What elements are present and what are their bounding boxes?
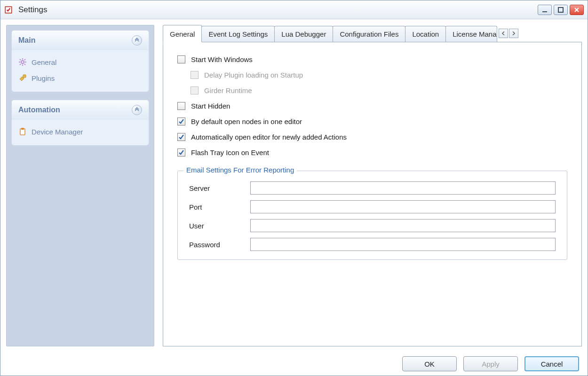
checkbox-row-girder-runtime: Girder Runtime: [191, 86, 567, 94]
tab-configuration-files[interactable]: Configuration Files: [333, 26, 405, 42]
tab-scroll-right[interactable]: [509, 29, 518, 38]
checkbox-row-flash-tray: Flash Tray Icon on Event: [177, 149, 567, 157]
main-panel: General Event Log Settings Lua Debugger …: [163, 25, 582, 346]
checkbox-label: Delay Plugin loading on Startup: [204, 71, 303, 79]
checkbox-row-start-with-windows: Start With Windows: [177, 55, 567, 63]
settings-window: Settings Main General: [0, 0, 588, 376]
tab-label: Location: [412, 30, 439, 38]
user-label: User: [189, 222, 250, 230]
checkbox-start-with-windows[interactable]: [177, 55, 185, 63]
checkbox-label: Flash Tray Icon on Event: [191, 149, 269, 157]
checkbox-label: Automatically open editor for newly adde…: [191, 133, 347, 141]
side-group-automation: Automation Device Manager: [11, 100, 149, 146]
tab-label: Lua Debugger: [281, 30, 326, 38]
svg-line-11: [20, 64, 21, 65]
checkbox-row-auto-open-editor: Automatically open editor for newly adde…: [177, 133, 567, 141]
svg-line-9: [24, 64, 25, 65]
server-input[interactable]: [250, 181, 556, 195]
port-label: Port: [189, 203, 250, 211]
gear-icon: [18, 58, 27, 66]
chevron-up-icon[interactable]: [132, 105, 142, 115]
client-area: Main General Plugins Automation: [0, 19, 588, 352]
checkbox-start-hidden[interactable]: [177, 102, 185, 110]
app-icon: [4, 6, 13, 14]
tab-event-log-settings[interactable]: Event Log Settings: [201, 26, 275, 42]
titlebar: Settings: [0, 0, 588, 19]
chevron-up-icon[interactable]: [132, 35, 142, 46]
checkbox-label: By default open nodes in one editor: [191, 118, 302, 125]
email-settings-group: Email Settings For Error Reporting Serve…: [177, 171, 567, 260]
side-pane: Main General Plugins Automation: [6, 25, 154, 346]
svg-rect-1: [542, 11, 547, 12]
tab-label: General: [170, 30, 195, 38]
checkbox-row-delay-plugin: Delay Plugin loading on Startup: [191, 71, 567, 79]
clipboard-icon: [18, 127, 27, 136]
tab-panel-general: Start With Windows Delay Plugin loading …: [163, 42, 582, 346]
close-button[interactable]: [570, 5, 584, 15]
tab-location[interactable]: Location: [405, 26, 446, 42]
plugin-icon: [18, 74, 27, 82]
password-label: Password: [189, 241, 250, 249]
checkbox-delay-plugin: [191, 71, 199, 79]
cancel-button[interactable]: Cancel: [524, 356, 579, 371]
group-header-main[interactable]: Main: [12, 31, 149, 50]
group-title: Automation: [18, 106, 60, 114]
svg-rect-12: [23, 75, 26, 78]
user-input[interactable]: [250, 219, 556, 232]
checkbox-label: Girder Runtime: [204, 86, 252, 94]
apply-button[interactable]: Apply: [463, 356, 518, 371]
svg-rect-2: [558, 8, 563, 12]
tab-scroll-left[interactable]: [499, 29, 508, 38]
port-input[interactable]: [250, 200, 556, 213]
tab-lua-debugger[interactable]: Lua Debugger: [274, 26, 333, 42]
checkbox-row-start-hidden: Start Hidden: [177, 102, 567, 110]
sidebar-item-label: Plugins: [32, 74, 55, 82]
svg-line-10: [24, 59, 25, 60]
sidebar-item-label: General: [32, 58, 56, 66]
checkbox-label: Start With Windows: [191, 55, 253, 63]
group-header-automation[interactable]: Automation: [12, 100, 149, 120]
tab-general[interactable]: General: [163, 25, 202, 42]
sidebar-item-plugins[interactable]: Plugins: [14, 70, 147, 86]
svg-line-8: [20, 59, 21, 60]
tab-label: License Manager: [453, 30, 497, 38]
checkbox-auto-open-editor[interactable]: [177, 133, 185, 141]
ok-button[interactable]: OK: [402, 356, 457, 371]
side-group-main: Main General Plugins: [11, 30, 149, 92]
tab-label: Event Log Settings: [208, 30, 268, 38]
tab-strip: General Event Log Settings Lua Debugger …: [163, 25, 582, 42]
tab-license-manager[interactable]: License Manager: [445, 26, 497, 42]
fieldset-legend: Email Settings For Error Reporting: [183, 166, 297, 174]
maximize-button[interactable]: [554, 5, 568, 15]
svg-rect-14: [21, 128, 24, 130]
tab-label: Configuration Files: [340, 30, 398, 38]
sidebar-item-general[interactable]: General: [14, 54, 147, 70]
server-label: Server: [189, 184, 250, 192]
checkbox-flash-tray[interactable]: [177, 149, 185, 157]
minimize-button[interactable]: [538, 5, 552, 15]
sidebar-item-label: Device Manager: [32, 128, 83, 136]
group-title: Main: [18, 36, 35, 45]
checkbox-row-open-one-editor: By default open nodes in one editor: [177, 118, 567, 125]
sidebar-item-device-manager[interactable]: Device Manager: [14, 124, 147, 140]
password-input[interactable]: [250, 238, 556, 251]
checkbox-open-one-editor[interactable]: [177, 118, 185, 125]
dialog-footer: OK Apply Cancel: [0, 352, 588, 376]
svg-point-3: [21, 61, 24, 63]
checkbox-girder-runtime: [191, 86, 199, 94]
checkbox-label: Start Hidden: [191, 102, 230, 110]
window-title: Settings: [18, 5, 47, 15]
